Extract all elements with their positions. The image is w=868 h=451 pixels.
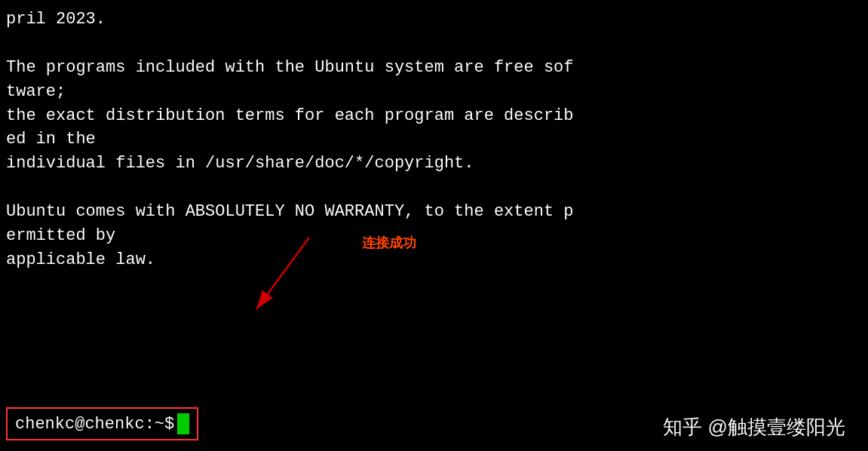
terminal-line: tware; — [6, 80, 862, 104]
terminal-line: The programs included with the Ubuntu sy… — [6, 56, 862, 80]
terminal-line: ermitted by — [6, 224, 862, 248]
terminal-line: individual files in /usr/share/doc/*/cop… — [6, 152, 862, 176]
terminal-line: ed in the — [6, 127, 862, 152]
watermark: 知乎 @触摸壹缕阳光 — [663, 414, 845, 440]
terminal-cursor — [177, 413, 189, 434]
terminal-output: pril 2023. The programs included with th… — [0, 0, 868, 280]
terminal-line: Ubuntu comes with ABSOLUTELY NO WARRANTY… — [6, 200, 862, 224]
terminal-line: pril 2023. — [6, 8, 862, 32]
prompt-box: chenkc@chenkc:~$ — [6, 407, 198, 440]
svg-line-1 — [256, 238, 309, 309]
blank-line — [6, 176, 862, 200]
annotation-arrow — [211, 234, 377, 324]
terminal-line: applicable law. — [6, 248, 862, 272]
prompt-text: chenkc@chenkc:~$ — [15, 415, 174, 434]
terminal-line: the exact distribution terms for each pr… — [6, 104, 862, 128]
blank-line — [6, 32, 862, 56]
prompt-section: chenkc@chenkc:~$ 知乎 @触摸壹缕阳光 — [0, 397, 868, 451]
